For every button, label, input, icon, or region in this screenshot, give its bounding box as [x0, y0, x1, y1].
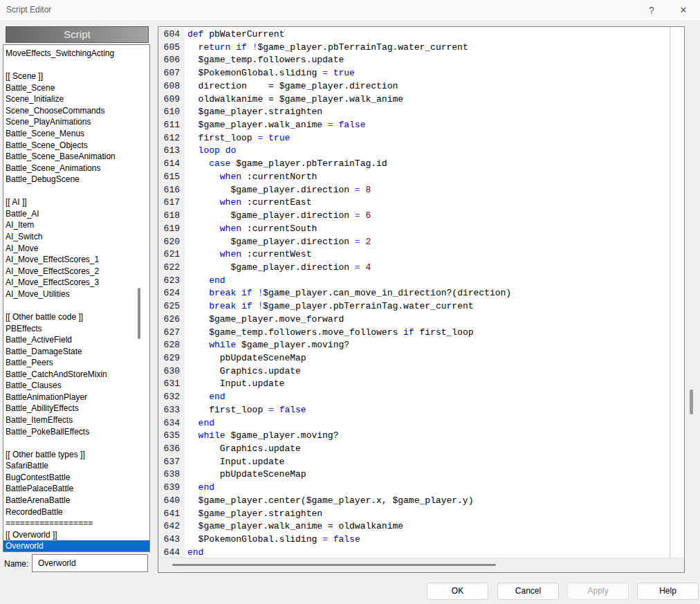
- list-item[interactable]: [3, 185, 149, 197]
- list-item[interactable]: AI_Move_EffectScores_1: [3, 254, 149, 266]
- code-line[interactable]: 631 Input.update: [158, 378, 669, 391]
- code-line[interactable]: 621 when :currentWest: [158, 248, 669, 262]
- ok-button[interactable]: OK: [427, 583, 488, 600]
- code-line[interactable]: 638 pbUpdateSceneMap: [158, 468, 669, 482]
- code-line[interactable]: 635 while $game_player.moving?: [158, 430, 669, 443]
- list-item[interactable]: Scene_ChooseCommands: [3, 105, 149, 117]
- cancel-button[interactable]: Cancel: [497, 583, 559, 600]
- code-line[interactable]: 619 when :currentSouth: [158, 223, 669, 236]
- code-line[interactable]: 610 $game_player.straighten: [158, 106, 669, 119]
- code-line[interactable]: 616 $game_player.direction = 8: [158, 184, 669, 197]
- list-item[interactable]: [3, 300, 149, 311]
- v-scrollbar-thumb[interactable]: [690, 390, 693, 414]
- list-item[interactable]: Battle_AbilityEffects: [3, 403, 149, 414]
- code-line[interactable]: 614 case $game_player.pbTerrainTag.id: [158, 158, 669, 171]
- list-item[interactable]: Battle_Scene_Animations: [3, 163, 149, 174]
- code-line[interactable]: 625 break if !$game_player.pbTerrainTag.…: [158, 300, 669, 313]
- code-line[interactable]: 613 loop do: [158, 145, 669, 158]
- list-item[interactable]: AI_Move_EffectScores_2: [3, 266, 149, 277]
- code-line[interactable]: 636 Graphics.update: [158, 443, 669, 456]
- code-line[interactable]: 608 direction = $game_player.direction: [158, 80, 669, 93]
- name-input[interactable]: [32, 554, 148, 572]
- list-item[interactable]: MoveEffects_SwitchingActing: [3, 48, 149, 60]
- list-item[interactable]: AI_Item: [3, 219, 149, 231]
- list-item[interactable]: AI_Move: [3, 243, 149, 255]
- list-item[interactable]: SafariBattle: [3, 460, 149, 472]
- line-number: 639: [158, 482, 185, 495]
- list-item[interactable]: RecordedBattle: [3, 506, 149, 518]
- code-line[interactable]: 611 $game_player.walk_anime = false: [158, 119, 669, 132]
- list-item[interactable]: Scene_Initialize: [3, 93, 149, 105]
- list-item[interactable]: [[ AI ]]: [3, 196, 149, 208]
- list-scrollbar-thumb[interactable]: [138, 288, 140, 339]
- list-item[interactable]: Battle_Scene_Objects: [3, 140, 149, 152]
- code-line[interactable]: 627 $game_temp.followers.move_followers …: [158, 327, 669, 340]
- code-line[interactable]: 633 first_loop = false: [158, 404, 669, 417]
- code-line[interactable]: 626 $game_player.move_forward: [158, 313, 669, 327]
- list-item[interactable]: [[ Overworld ]]: [3, 529, 149, 541]
- list-item[interactable]: BattlePalaceBattle: [3, 483, 149, 495]
- list-item[interactable]: AI_Move_EffectScores_3: [3, 277, 149, 289]
- h-scrollbar-thumb[interactable]: [172, 564, 496, 566]
- code-line[interactable]: 620 $game_player.direction = 2: [158, 236, 669, 249]
- code-line[interactable]: 609 oldwalkanime = $game_player.walk_ani…: [158, 93, 669, 107]
- code-line[interactable]: 623 end: [158, 275, 669, 288]
- list-item[interactable]: Battle_Clauses: [3, 380, 149, 392]
- code-text: $game_player.direction = 4: [187, 262, 371, 273]
- code-text: while $game_player.moving?: [187, 340, 349, 350]
- list-item[interactable]: ==================: [3, 518, 149, 529]
- list-item[interactable]: [[ Other battle code ]]: [3, 311, 149, 323]
- code-line[interactable]: 641 $game_player.straighten: [158, 508, 669, 521]
- list-item[interactable]: AI_Move_Utilities: [3, 289, 149, 300]
- list-item[interactable]: Battle_Scene: [3, 82, 149, 94]
- code-line[interactable]: 642 $game_player.walk_anime = oldwalkani…: [158, 520, 669, 533]
- list-item[interactable]: Battle_DebugScene: [3, 174, 149, 185]
- code-line[interactable]: 622 $game_player.direction = 4: [158, 262, 669, 275]
- code-line[interactable]: 628 while $game_player.moving?: [158, 339, 669, 352]
- code-line[interactable]: 624 break if !$game_player.can_move_in_d…: [158, 287, 669, 300]
- code-line[interactable]: 606 $game_temp.followers.update: [158, 54, 669, 67]
- list-item[interactable]: PBEffects: [3, 323, 149, 335]
- list-item[interactable]: AI_Switch: [3, 231, 149, 243]
- list-item[interactable]: [3, 437, 149, 449]
- code-line[interactable]: 605 return if !$game_player.pbTerrainTag…: [158, 42, 669, 55]
- list-item[interactable]: Overworld: [3, 540, 149, 552]
- list-item[interactable]: Battle_ActiveField: [3, 334, 149, 346]
- list-item[interactable]: BugContestBattle: [3, 472, 149, 484]
- code-line[interactable]: 617 when :currentEast: [158, 196, 669, 210]
- code-line[interactable]: 644end: [158, 547, 669, 558]
- line-number: 635: [158, 430, 185, 443]
- list-item[interactable]: BattleAnimationPlayer: [3, 392, 149, 403]
- code-line[interactable]: 637 Input.update: [158, 456, 669, 469]
- code-line[interactable]: 604def pbWaterCurrent: [158, 28, 669, 42]
- h-scrollbar-track[interactable]: [158, 558, 684, 572]
- list-item[interactable]: [3, 60, 149, 71]
- code-line[interactable]: 640 $game_player.center($game_player.x, …: [158, 495, 669, 508]
- close-icon[interactable]: ✕: [676, 3, 690, 17]
- list-item[interactable]: BattleArenaBattle: [3, 495, 149, 506]
- list-item[interactable]: Battle_Peers: [3, 357, 149, 369]
- code-line[interactable]: 643 $PokemonGlobal.sliding = false: [158, 533, 669, 547]
- code-line[interactable]: 618 $game_player.direction = 6: [158, 210, 669, 223]
- list-item[interactable]: Battle_CatchAndStoreMixin: [3, 369, 149, 381]
- code-line[interactable]: 630 Graphics.update: [158, 365, 669, 378]
- help-icon[interactable]: ?: [645, 3, 658, 17]
- list-item[interactable]: Battle_Scene_Menus: [3, 128, 149, 140]
- code-line[interactable]: 632 end: [158, 391, 669, 404]
- list-item[interactable]: Battle_Scene_BaseAnimation: [3, 151, 149, 163]
- list-item[interactable]: Scene_PlayAnimations: [3, 116, 149, 128]
- code-line[interactable]: 615 when :currentNorth: [158, 171, 669, 184]
- code-line[interactable]: 629 pbUpdateSceneMap: [158, 352, 669, 365]
- code-line[interactable]: 639 end: [158, 482, 669, 495]
- list-item[interactable]: Battle_ItemEffects: [3, 414, 149, 426]
- list-item[interactable]: Battle_DamageState: [3, 346, 149, 358]
- code-editor[interactable]: 604def pbWaterCurrent605 return if !$gam…: [158, 26, 685, 573]
- code-line[interactable]: 634 end: [158, 417, 669, 430]
- list-item[interactable]: [[ Other battle types ]]: [3, 449, 149, 461]
- list-item[interactable]: [[ Scene ]]: [3, 71, 149, 82]
- list-item[interactable]: Battle_PokeBallEffects: [3, 426, 149, 438]
- list-item[interactable]: Battle_AI: [3, 208, 149, 220]
- code-line[interactable]: 607 $PokemonGlobal.sliding = true: [158, 67, 669, 80]
- help-button[interactable]: Help: [637, 583, 699, 600]
- code-line[interactable]: 612 first_loop = true: [158, 132, 669, 145]
